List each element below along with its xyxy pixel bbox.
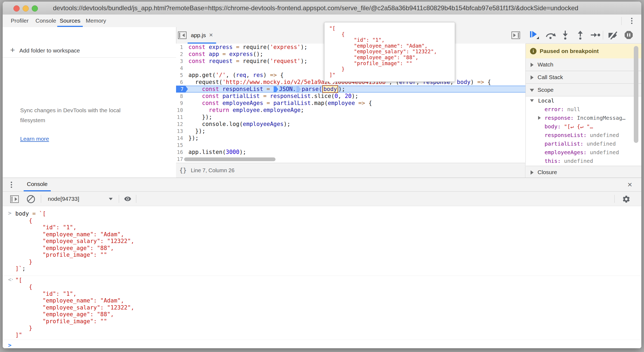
code-token: = [232, 44, 243, 50]
cursor-position: Line 7, Column 26 [191, 163, 234, 178]
code-token: . [260, 107, 263, 113]
line-number-gutter[interactable]: 5 [176, 72, 185, 79]
code-token: request( [188, 79, 222, 85]
tooltip-line: "employee_age": "88", [329, 55, 455, 61]
console-settings-gear-icon[interactable] [622, 195, 631, 203]
code-token: app [209, 51, 219, 57]
live-expression-eye-icon[interactable] [124, 195, 132, 203]
line-number-gutter[interactable]: 12 [176, 121, 185, 128]
pause-on-exceptions-icon[interactable] [625, 31, 633, 39]
line-number-gutter[interactable]: 4 [176, 65, 185, 72]
console-line: ]`; [15, 265, 641, 272]
variable-name: body: [545, 123, 564, 130]
section-call-stack[interactable]: Call Stack [526, 71, 641, 84]
scope-local-row[interactable]: Local [526, 96, 641, 105]
console-line: "employee_age": "88", [15, 311, 641, 318]
closure-label: Closure [538, 166, 557, 178]
code-token: ); [338, 86, 345, 92]
step-into-icon[interactable] [562, 31, 569, 40]
chevron-right-icon [531, 63, 534, 67]
execution-context-selector[interactable]: node[94733] [48, 192, 79, 206]
sidebar-scrollbar[interactable] [634, 46, 638, 143]
code-text: return employee.employeeAge; [185, 107, 525, 114]
code-token: app.get( [188, 72, 216, 78]
code-token: employee [232, 107, 260, 113]
section-watch[interactable]: Watch [526, 58, 641, 71]
tab-sources[interactable]: Sources [57, 15, 83, 27]
code-token: => [477, 79, 484, 85]
chevron-down-icon [530, 99, 534, 104]
chevron-right-icon[interactable] [538, 116, 541, 120]
code-token: , ( [226, 72, 236, 78]
divider [621, 17, 622, 25]
clear-console-icon[interactable] [27, 195, 35, 203]
divider [614, 195, 615, 203]
title-bar: devtools://devtools/bundled/js_app.html?… [3, 2, 641, 15]
variable-name: employeeAges: [545, 149, 590, 156]
line-number-gutter[interactable]: 1 [176, 44, 185, 51]
step-out-icon[interactable] [577, 31, 584, 40]
drawer-kebab-icon[interactable] [9, 181, 14, 189]
line-number-gutter[interactable]: 6 [176, 79, 185, 86]
tab-appjs[interactable]: app.js× [188, 27, 216, 44]
call-stack-label: Call Stack [538, 71, 563, 83]
step-icon[interactable] [591, 32, 600, 38]
code-token [188, 100, 202, 106]
close-tab-icon[interactable]: × [209, 31, 213, 38]
collapse-navigator-icon[interactable] [178, 31, 187, 39]
console-toolbar: node[94733] Custom levels [3, 192, 641, 206]
code-line: 14}); [176, 135, 525, 142]
line-number-gutter[interactable]: 13 [176, 128, 185, 135]
section-closure[interactable]: Closure [526, 166, 641, 178]
navigator-panel: + Add folder to workspace Sync changes i… [3, 27, 176, 178]
tab-console-drawer[interactable]: Console [24, 178, 51, 191]
tooltip-line: "id": "1", [329, 37, 455, 43]
continue-to-here-icon[interactable] [274, 86, 278, 92]
line-number-gutter[interactable]: 14 [176, 135, 185, 142]
main-menu-kebab-icon[interactable] [629, 17, 634, 25]
code-token: express [209, 44, 233, 50]
learn-more-link[interactable]: Learn more [20, 136, 49, 142]
tooltip-line: "employee_name": "Adam", [329, 43, 455, 49]
step-over-icon[interactable] [545, 31, 556, 40]
line-number-gutter[interactable]: 15 [176, 142, 185, 149]
zoom-window-icon[interactable] [32, 5, 38, 12]
code-line: 15 [176, 142, 525, 149]
resume-script-icon[interactable] [530, 31, 537, 37]
scope-variable-row: employeeAges: undefined [526, 148, 641, 157]
pretty-print-icon[interactable]: {} [179, 163, 187, 178]
show-debugger-sidebar-icon[interactable] [511, 31, 520, 39]
code-line-current: 7 const responseList = JSON.parse(body); [176, 86, 525, 93]
line-number-gutter[interactable]: 10 [176, 107, 185, 114]
add-folder-button[interactable]: + Add folder to workspace [3, 44, 176, 58]
line-number-gutter[interactable]: 9 [176, 100, 185, 107]
code-token: => [270, 72, 277, 78]
tab-memory[interactable]: Memory [83, 15, 109, 27]
continue-to-here-icon[interactable] [296, 86, 301, 92]
line-number-gutter[interactable]: 16 [176, 149, 185, 156]
deactivate-breakpoints-icon[interactable] [608, 31, 618, 39]
tab-console[interactable]: Console [33, 15, 59, 27]
line-number-gutter[interactable]: 3 [176, 58, 185, 65]
tab-profiler[interactable]: Profiler [8, 15, 31, 27]
line-number-gutter[interactable]: 8 [176, 93, 185, 100]
editor-horizontal-scrollbar[interactable] [184, 157, 276, 161]
code-token: = [263, 100, 273, 106]
line-number-gutter[interactable]: 17 [176, 156, 185, 163]
section-scope[interactable]: Scope [526, 84, 641, 96]
close-window-icon[interactable] [13, 5, 20, 12]
console-line: body = `[ [15, 210, 641, 217]
show-console-sidebar-icon[interactable] [10, 195, 19, 203]
code-token: = [260, 93, 270, 99]
chevron-down-icon[interactable] [109, 198, 113, 200]
console-message-result: <·"[ { "id": "1", "employee_name": "Adam… [3, 276, 641, 340]
line-number-gutter[interactable]: 11 [176, 114, 185, 121]
console-line: "employee_age": "88", [15, 245, 641, 252]
code-token: ); [284, 121, 290, 127]
close-drawer-icon[interactable]: × [627, 180, 632, 189]
console-prompt[interactable]: > [3, 340, 641, 348]
minimize-window-icon[interactable] [23, 5, 29, 12]
scope-variable-row[interactable]: response: IncomingMessag… [526, 114, 641, 122]
tooltip-line: { [329, 31, 455, 37]
line-number-gutter[interactable]: 2 [176, 51, 185, 58]
